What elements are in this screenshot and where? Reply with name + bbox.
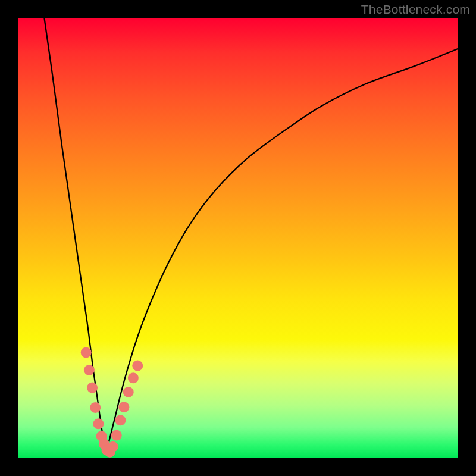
data-marker (128, 372, 139, 383)
plot-area (18, 18, 458, 458)
data-marker (111, 430, 122, 441)
data-marker (81, 347, 92, 358)
bottleneck-curve (18, 18, 458, 458)
data-marker (123, 387, 134, 397)
data-marker (132, 361, 143, 371)
curve-right-branch (106, 49, 458, 454)
chart-frame: TheBottleneck.com (0, 0, 476, 476)
data-marker (87, 383, 98, 393)
data-marker (90, 402, 101, 413)
data-marker (115, 415, 126, 425)
data-marker (84, 365, 95, 375)
data-marker (118, 402, 129, 412)
data-marker (93, 418, 104, 429)
data-marker (108, 441, 118, 452)
watermark-text: TheBottleneck.com (361, 2, 470, 17)
